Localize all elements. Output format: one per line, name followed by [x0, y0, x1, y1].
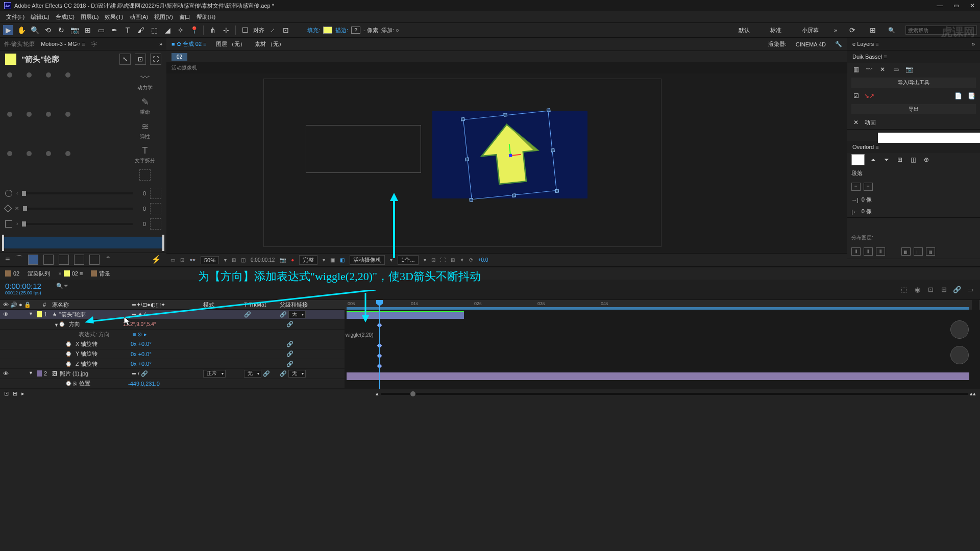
knob-2[interactable]	[950, 346, 969, 364]
duik-doc-2[interactable]: 📑	[967, 92, 976, 100]
duik-tab[interactable]: Duik Bassel ≡	[852, 54, 887, 60]
eraser-tool[interactable]: ◢	[162, 25, 173, 35]
camera-dropdown[interactable]: 活动摄像机	[350, 255, 385, 265]
motion-elastic[interactable]: ≋弹性	[140, 121, 150, 140]
camera-tool[interactable]: 📷	[69, 25, 80, 35]
timeline-search[interactable]: 🔍⏷	[53, 280, 72, 299]
tl-tab-bg[interactable]: 背景	[91, 270, 110, 278]
menu-edit[interactable]: 编辑(E)	[29, 12, 52, 22]
vb-icon-b[interactable]: ◧	[340, 257, 345, 263]
footage-tab-header[interactable]: 素材 （无）	[255, 40, 284, 48]
rotate-tool[interactable]: ↻	[56, 25, 66, 35]
zoom-in-icon[interactable]: ▴▴	[970, 390, 976, 397]
comp-tab-header[interactable]: ■ ✿ 合成 02 ≡	[172, 40, 207, 48]
indent-icon-2[interactable]: |←	[851, 209, 859, 215]
sync-icon[interactable]: ⟳	[847, 25, 857, 35]
fit-icon-1[interactable]: ⤡	[119, 54, 131, 65]
panel-tab-motion[interactable]: Motion-3 - MG○ ≡	[41, 41, 85, 47]
duik-doc-1[interactable]: 📄	[953, 92, 963, 100]
menu-composition[interactable]: 合成(C)	[54, 12, 77, 22]
panel-tab-char[interactable]: 字	[91, 40, 97, 48]
overlord-swatch[interactable]	[851, 154, 865, 165]
playhead[interactable]	[379, 300, 380, 389]
tl-tab-02b[interactable]: ×02 ≡	[58, 270, 83, 277]
quality-dropdown[interactable]: 完整	[299, 255, 317, 265]
layer-row-1[interactable]: 👁▼ 1 ★"箭头"轮廓 ⬌ ✦ / 🔗 🔗 无	[0, 310, 345, 319]
workspace-more[interactable]: »	[834, 27, 837, 33]
vb-icon-g[interactable]: ⟳	[469, 257, 473, 263]
tl-hicon-1[interactable]: ⬚	[899, 285, 909, 294]
tl-hicon-3[interactable]: ⊡	[926, 285, 935, 294]
motion-rename[interactable]: ✎重命	[140, 96, 150, 116]
grid-icon[interactable]: ⊞	[868, 25, 878, 35]
snap-opt-2[interactable]: ⊡	[281, 25, 291, 35]
timeline-tracks[interactable]: 00s 01s 02s 03s 04s wiggle(2,20)	[345, 300, 980, 389]
align-checkbox[interactable]: ☐	[240, 25, 250, 35]
col-parent[interactable]: 父级和链接	[280, 301, 341, 309]
duik-icon-2[interactable]: 〰	[865, 65, 874, 73]
workspace-default[interactable]: 默认	[733, 26, 755, 35]
vb-color-icon[interactable]: ●	[291, 257, 294, 263]
motion-text-split[interactable]: T文字拆分	[135, 145, 155, 164]
zoom-out-icon[interactable]: ▴	[376, 390, 379, 397]
panel-tab-effects[interactable]: 件·箭头'轮廓	[4, 40, 35, 48]
tl-toggle-3[interactable]: ▸	[21, 390, 24, 397]
selection-bbox[interactable]	[463, 111, 557, 200]
puppet-tool[interactable]: 📍	[189, 25, 199, 35]
ov-icon-3[interactable]: ⊞	[895, 156, 904, 164]
layer-color-swatch[interactable]	[5, 54, 16, 65]
renderer-settings-icon[interactable]: 🔧	[835, 41, 842, 47]
tl-hicon-5[interactable]: 🔗	[952, 285, 962, 294]
menu-view[interactable]: 视图(V)	[152, 12, 175, 22]
tl-toggle-2[interactable]: ⊞	[13, 390, 17, 397]
ov-icon-1[interactable]: ⏶	[869, 156, 878, 164]
orbit-tool[interactable]: ⟲	[43, 25, 53, 35]
indent-val-1[interactable]: 0 像	[862, 196, 872, 204]
views-dropdown[interactable]: 1个...	[398, 255, 418, 265]
add-label[interactable]: 添加: ○	[381, 27, 399, 34]
tl-tab-02a[interactable]: 02	[5, 270, 19, 277]
layers-more[interactable]: »	[972, 41, 975, 47]
indent-val-2[interactable]: 0 像	[862, 208, 872, 215]
align-left-icon[interactable]: ≡	[851, 183, 861, 191]
expression-text[interactable]: wiggle(2,20)	[346, 332, 373, 338]
comp-mini-tab[interactable]: 02	[172, 53, 187, 61]
vb-icon-c[interactable]: ⊡	[431, 257, 435, 263]
duik-check[interactable]: ☑	[851, 92, 861, 100]
duik-icon-5[interactable]: 📷	[904, 65, 914, 73]
tl-hicon-2[interactable]: ◉	[913, 285, 922, 294]
prop-row-yrot[interactable]: ⌚ Y 轴旋转 0x +0.0° 🔗	[0, 349, 345, 359]
import-export-btn[interactable]: 导入/导出工具	[851, 78, 976, 88]
pan-behind-tool[interactable]: ⊞	[83, 25, 93, 35]
layer-row-2[interactable]: 👁▼ 2 🖼照片 (1).jpg ⬌ / 🔗 正常 无 🔗 🔗 无	[0, 369, 345, 379]
tl-tab-render[interactable]: 渲染队列	[28, 270, 50, 278]
dist-4[interactable]: ⫼	[901, 247, 911, 256]
layers-tab[interactable]: e Layers ≡	[852, 41, 879, 47]
bolt-icon[interactable]: ⚡	[151, 255, 161, 264]
timeline-ruler[interactable]: 00s 01s 02s 03s 04s	[345, 300, 980, 310]
menu-icon[interactable]: ≡	[5, 255, 10, 264]
slider-row-1[interactable]: ‹0	[5, 188, 161, 199]
hand-tool[interactable]: ✋	[16, 25, 27, 35]
fit-icon-2[interactable]: ⊡	[135, 54, 146, 65]
prop-row-orientation[interactable]: ▼ ⌚ 方向 11.2°,9.0°,5.4° 🔗	[0, 320, 345, 330]
menu-layer[interactable]: 图层(L)	[79, 12, 101, 22]
zoom-slider[interactable]	[381, 393, 968, 395]
col-mode[interactable]: 模式	[203, 301, 244, 309]
motion-select-box[interactable]	[139, 169, 151, 181]
indent-icon-1[interactable]: →|	[851, 197, 859, 203]
menu-help[interactable]: 帮助(H)	[194, 12, 217, 22]
overlord-tab[interactable]: Overlord ≡	[852, 144, 879, 150]
ov-icon-2[interactable]: ⏷	[882, 156, 891, 164]
motion-dynamics[interactable]: 〰动力学	[137, 72, 153, 91]
menu-effect[interactable]: 效果(T)	[103, 12, 125, 22]
tl-hicon-6[interactable]: ▭	[966, 285, 975, 294]
ease-2[interactable]	[43, 255, 54, 265]
viewer[interactable]	[166, 73, 847, 253]
anim-icon[interactable]: ✕	[851, 118, 861, 127]
clone-tool[interactable]: ⬚	[149, 25, 159, 35]
dist-5[interactable]: ⫼	[914, 247, 923, 256]
menu-file[interactable]: 文件(F)	[4, 12, 27, 22]
panel-more[interactable]: »	[159, 41, 162, 47]
prop-row-zrot[interactable]: ⌚ Z 轴旋转 0x +0.0° 🔗	[0, 359, 345, 369]
